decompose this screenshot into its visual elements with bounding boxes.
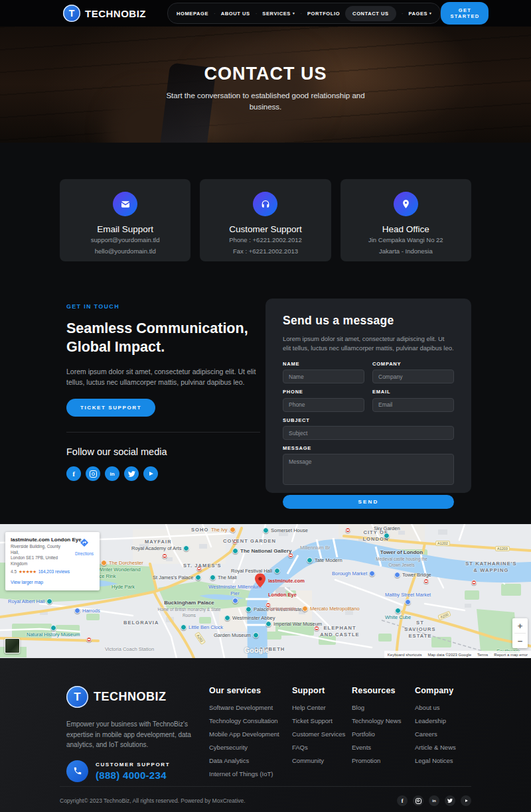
- card-email-2[interactable]: hello@yourdomain.tld: [60, 247, 190, 257]
- contact-cards: Email Support support@yourdomain.tld hel…: [60, 179, 471, 261]
- footer-link[interactable]: Article & News: [415, 744, 471, 751]
- report-error-link[interactable]: Report a map error: [494, 653, 528, 657]
- map-area-label: COVENT GARDEN: [223, 538, 276, 544]
- map-poi: Somerset House: [263, 527, 308, 533]
- footer-logo[interactable]: T TECHNOBIZ: [66, 686, 207, 708]
- map-poi: The National Gallery: [232, 548, 291, 554]
- brand-logo[interactable]: T TECHNOBIZ: [63, 5, 146, 22]
- nav-label: HOMEPAGE: [177, 11, 208, 17]
- poi-pin-icon: [394, 572, 400, 578]
- heading-line: Global Impact.: [66, 338, 260, 357]
- footer-link[interactable]: FAQs: [292, 744, 352, 751]
- card-email-1[interactable]: support@yourdomain.tld: [60, 236, 190, 245]
- footer-link[interactable]: Careers: [415, 730, 471, 738]
- footer-link[interactable]: Leadership: [415, 717, 471, 724]
- nav-label: ABOUT US: [221, 11, 250, 17]
- keyboard-shortcuts-link[interactable]: Keyboard shortcuts: [388, 653, 422, 657]
- satellite-view-toggle[interactable]: [5, 638, 20, 653]
- phone-icon[interactable]: [66, 760, 88, 782]
- linkedin-icon[interactable]: in: [429, 795, 439, 806]
- instagram-icon[interactable]: [413, 795, 423, 806]
- footer-link[interactable]: Cybersecurity: [209, 744, 292, 751]
- footer-link[interactable]: Legal Notices: [415, 757, 471, 764]
- linkedin-icon[interactable]: in: [105, 466, 119, 481]
- footer-link[interactable]: Mobile App Development: [209, 730, 292, 738]
- nav-item-pages[interactable]: PAGES▾: [408, 11, 431, 17]
- footer-link[interactable]: Ticket Support: [292, 717, 352, 724]
- nav-item-about-us[interactable]: ABOUT US: [221, 11, 250, 17]
- nav-item-services[interactable]: SERVICES▾: [262, 11, 295, 17]
- map-poi: Victoria Coach Station: [105, 646, 154, 652]
- ticket-support-button[interactable]: TICKET SUPPORT: [66, 399, 155, 417]
- subject-input[interactable]: [283, 426, 454, 440]
- zoom-out-button[interactable]: −: [512, 634, 528, 648]
- footer-link[interactable]: Technology Consultation: [209, 717, 292, 724]
- youtube-icon[interactable]: [143, 466, 158, 481]
- nav-item-homepage[interactable]: HOMEPAGE: [177, 11, 208, 17]
- footer-link[interactable]: Community: [292, 757, 352, 764]
- nav-item-contact-us[interactable]: CONTACT US: [345, 6, 396, 21]
- section-heading: Seamless Communication, Global Impact.: [66, 320, 260, 357]
- poi-pin-icon: [405, 599, 411, 605]
- poi-pin-icon: [224, 615, 230, 621]
- footer-link[interactable]: Customer Services: [292, 730, 352, 738]
- company-input[interactable]: [372, 370, 454, 383]
- heading-line: Seamless Communication,: [66, 320, 260, 338]
- card-address-1: Jin Cempaka Wangi No 22: [341, 236, 471, 245]
- footer-link[interactable]: Data Analytics: [209, 757, 292, 764]
- nav-item-portfolio[interactable]: PORTFOLIO: [307, 11, 340, 17]
- footer-link[interactable]: Events: [352, 744, 415, 751]
- transit-station-icon: [86, 637, 92, 642]
- footer-link[interactable]: Portfolio: [352, 730, 415, 738]
- google-map[interactable]: MAYFAIR SOHO COVENT GARDEN CITY OF LONDO…: [0, 524, 531, 658]
- road-label: A1202: [435, 541, 450, 546]
- instagram-icon[interactable]: [86, 466, 100, 481]
- google-logo: Google: [244, 646, 269, 654]
- poi-pin-icon: [46, 598, 52, 604]
- twitter-icon[interactable]: [124, 466, 139, 481]
- terms-link[interactable]: Terms: [477, 653, 488, 657]
- poi-pin-icon: [263, 527, 269, 533]
- get-started-button[interactable]: GET STARTED: [441, 2, 489, 25]
- footer-link[interactable]: About us: [415, 704, 471, 711]
- poi-pin-icon: [266, 621, 271, 627]
- footer-link[interactable]: Promotion: [352, 757, 415, 764]
- message-input[interactable]: [283, 454, 454, 485]
- facebook-icon[interactable]: f: [66, 466, 81, 481]
- footer-link[interactable]: Technology News: [352, 717, 415, 724]
- footer-link[interactable]: Software Development: [209, 704, 292, 711]
- map-area-label: SOHO: [191, 527, 209, 533]
- card-title: Head Office: [341, 224, 471, 234]
- map-poi: Westminster Abbey: [224, 615, 275, 621]
- phone-input[interactable]: [283, 398, 364, 412]
- zoom-in-button[interactable]: +: [512, 618, 528, 633]
- map-poi: Harrods: [74, 608, 100, 614]
- reviews-link[interactable]: 164,203 reviews: [38, 569, 70, 574]
- destination-marker-icon[interactable]: [255, 573, 266, 588]
- column-heading: Company: [415, 686, 471, 695]
- facebook-icon[interactable]: f: [397, 795, 408, 806]
- youtube-icon[interactable]: [461, 795, 471, 806]
- map-info-card: lastminute.com London Eye Riverside Buil…: [5, 532, 100, 590]
- map-poi: The Ivy: [211, 527, 236, 533]
- footer-link[interactable]: Help Center: [292, 704, 352, 711]
- header: T TECHNOBIZ HOMEPAGE · ABOUT US · SERVIC…: [0, 0, 531, 27]
- map-poi: The Mall: [210, 575, 237, 580]
- footer-link[interactable]: Blog: [352, 704, 415, 711]
- support-number[interactable]: (888) 4000-234: [96, 770, 170, 781]
- twitter-icon[interactable]: [445, 795, 455, 806]
- card-phone: Phone : +6221.2002.2012: [200, 236, 331, 245]
- send-button[interactable]: SEND: [283, 495, 454, 509]
- map-poi: Millennium Br: [300, 545, 330, 551]
- section-eyebrow: GET IN TOUCH: [66, 303, 260, 310]
- nav-label: CONTACT US: [352, 11, 389, 17]
- divider: [66, 432, 260, 433]
- directions-button[interactable]: Directions: [73, 538, 96, 556]
- poi-pin-icon: [74, 608, 80, 614]
- footer-link[interactable]: Internet of Things (IoT): [209, 770, 292, 778]
- email-input[interactable]: [372, 398, 454, 412]
- name-input[interactable]: [283, 370, 364, 383]
- poi-pin-icon: [384, 533, 390, 539]
- headset-icon: [253, 192, 277, 216]
- view-larger-map-link[interactable]: View larger map: [11, 580, 43, 584]
